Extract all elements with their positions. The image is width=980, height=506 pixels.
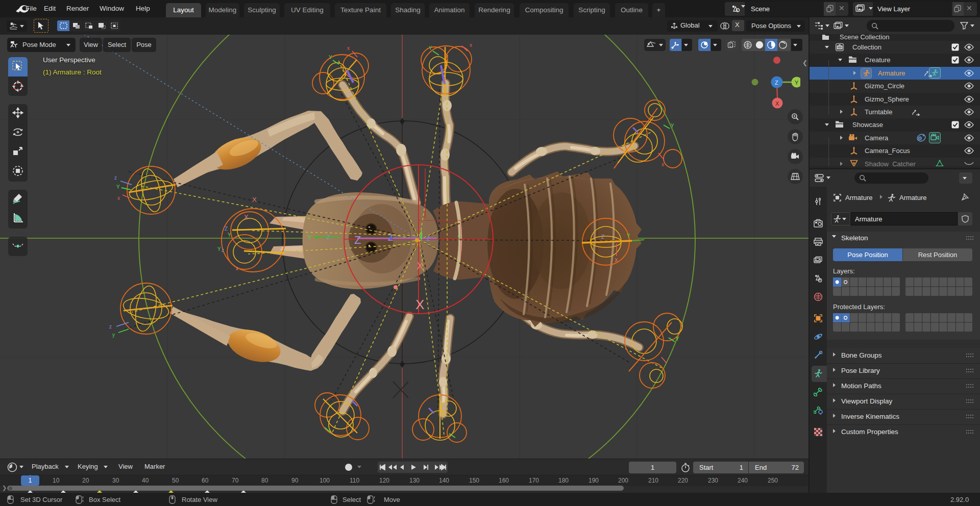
svg-text:X: X <box>415 297 424 312</box>
svg-text:z: z <box>109 324 112 330</box>
svg-text:y: y <box>112 332 115 338</box>
svg-text:X: X <box>416 260 423 271</box>
svg-text:x: x <box>662 162 664 167</box>
svg-text:Z: Z <box>601 234 604 240</box>
svg-text:Y: Y <box>457 235 461 242</box>
svg-text:Z: Z <box>775 80 778 86</box>
svg-text:X: X <box>615 258 618 263</box>
svg-text:Z: Z <box>427 236 430 242</box>
svg-text:Y: Y <box>429 45 432 51</box>
svg-text:z: z <box>114 175 117 181</box>
svg-text:Y: Y <box>676 336 679 342</box>
svg-text:x: x <box>470 42 472 48</box>
svg-text:Z: Z <box>327 234 330 240</box>
svg-text:Z: Z <box>354 234 361 246</box>
svg-text:Y: Y <box>116 184 120 190</box>
svg-text:X: X <box>244 213 249 221</box>
svg-text:x: x <box>347 45 350 51</box>
svg-text:Y: Y <box>217 246 221 252</box>
svg-text:Y: Y <box>795 80 799 86</box>
svg-text:x: x <box>117 195 120 201</box>
svg-text:Y: Y <box>228 232 231 238</box>
svg-text:Y: Y <box>627 233 630 239</box>
svg-text:z: z <box>222 247 224 253</box>
svg-text:Z: Z <box>225 226 228 232</box>
svg-text:x: x <box>236 266 238 271</box>
svg-text:Y: Y <box>671 123 674 129</box>
svg-text:X: X <box>775 100 779 107</box>
svg-text:X: X <box>252 196 257 204</box>
svg-text:Y: Y <box>307 234 312 241</box>
svg-text:Y: Y <box>419 233 423 240</box>
svg-text:Y: Y <box>329 55 332 60</box>
